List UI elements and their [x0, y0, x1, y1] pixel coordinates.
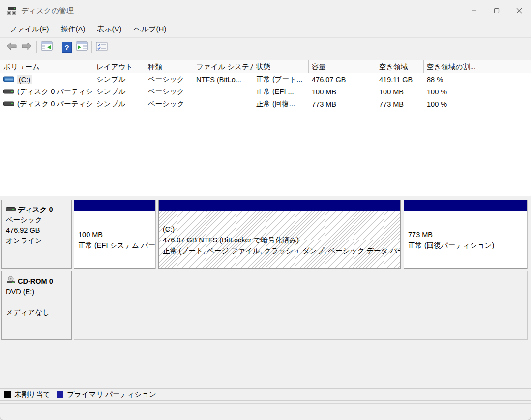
volume-name: (ディスク 0 パーティシ...	[17, 87, 93, 96]
show-action-pane-button[interactable]	[74, 40, 89, 54]
console-tree-window-icon	[41, 41, 53, 53]
volume-capacity: 476.07 GB	[309, 76, 376, 84]
partition-status: 正常 (EFI システム パー	[78, 240, 151, 251]
legend-unallocated-label: 未割り当て	[14, 390, 50, 399]
graphical-view: ディスク 0 ベーシック 476.92 GB オンライン 100 MB 正常 (…	[0, 196, 531, 388]
toolbar: ?	[0, 38, 531, 57]
partition-size: 476.07 GB NTFS (BitLocker で暗号化済み)	[163, 235, 396, 245]
volume-capacity: 100 MB	[309, 88, 376, 96]
volume-list-header: ボリューム レイアウト 種類 ファイル システム 状態 容量 空き領域 空き領域…	[0, 60, 531, 73]
volume-row-recovery[interactable]: (ディスク 0 パーティシ... シンプル ベーシック 正常 (回復... 77…	[0, 98, 531, 110]
cdrom-0-info-panel[interactable]: CD-ROM 0 DVD (E:) メディアなし	[1, 271, 72, 340]
help-button[interactable]: ?	[59, 40, 74, 54]
column-header-free-percent[interactable]: 空き領域の割...	[424, 60, 484, 73]
status-bar-section	[444, 404, 531, 420]
volume-filesystem: NTFS (BitLo...	[193, 76, 253, 84]
title-bar: ディスクの管理	[0, 0, 531, 21]
status-bar-section	[303, 404, 444, 420]
partition-size: 100 MB	[78, 229, 151, 240]
back-button[interactable]	[4, 40, 19, 54]
back-arrow-icon	[6, 42, 18, 53]
unallocated-swatch-icon	[4, 391, 11, 398]
forward-arrow-icon	[21, 42, 32, 53]
legend-bar: 未割り当て プライマリ パーティション	[0, 388, 531, 401]
column-header-layout[interactable]: レイアウト	[93, 60, 145, 73]
cdrom-0-strip: CD-ROM 0 DVD (E:) メディアなし	[1, 271, 528, 340]
volume-type: ベーシック	[145, 99, 193, 109]
status-bar-section	[0, 404, 303, 420]
volume-list: ボリューム レイアウト 種類 ファイル システム 状態 容量 空き領域 空き領域…	[0, 60, 531, 196]
minimize-icon[interactable]	[463, 0, 485, 21]
column-header-status[interactable]: 状態	[253, 60, 309, 73]
volume-row-efi[interactable]: (ディスク 0 パーティシ... シンプル ベーシック 正常 (EFI ... …	[0, 86, 531, 98]
volume-status: 正常 (EFI ...	[253, 87, 309, 96]
partition-size: 773 MB	[408, 229, 523, 240]
cdrom-drive-letter: DVD (E:)	[6, 287, 68, 297]
disk-icon	[6, 205, 18, 215]
disk-management-app-icon	[6, 6, 17, 16]
properties-button[interactable]	[94, 40, 109, 54]
volume-free-percent: 100 %	[424, 100, 484, 108]
volume-drive-icon	[3, 76, 14, 83]
window-title: ディスクの管理	[21, 6, 463, 16]
partition-recovery[interactable]: 773 MB 正常 (回復パーティション)	[404, 200, 528, 269]
partition-status: 正常 (回復パーティション)	[408, 240, 523, 251]
partition-efi[interactable]: 100 MB 正常 (EFI システム パー	[74, 200, 156, 269]
volume-type: ベーシック	[145, 87, 193, 96]
cdrom-media-status: メディアなし	[6, 307, 68, 318]
maximize-icon[interactable]	[485, 0, 508, 21]
volume-row-c[interactable]: (C:) シンプル ベーシック NTFS (BitLo... 正常 (ブート..…	[0, 73, 531, 86]
menu-help[interactable]: ヘルプ(H)	[128, 23, 173, 36]
volume-drive-icon	[3, 101, 14, 107]
volume-name: (ディスク 0 パーティシ...	[17, 99, 93, 109]
volume-free-percent: 100 %	[424, 88, 484, 96]
window-controls	[463, 0, 531, 21]
volume-free-space: 419.11 GB	[376, 76, 424, 84]
close-icon[interactable]	[508, 0, 531, 21]
forward-button[interactable]	[19, 40, 34, 54]
menu-bar: ファイル(F) 操作(A) 表示(V) ヘルプ(H)	[0, 21, 531, 38]
menu-action[interactable]: 操作(A)	[55, 23, 91, 36]
show-console-tree-button[interactable]	[39, 40, 54, 54]
column-header-capacity[interactable]: 容量	[309, 60, 376, 73]
disk-0-partition-area: 100 MB 正常 (EFI システム パー (C:) 476.07 GB NT…	[74, 200, 528, 269]
partition-header-bar	[74, 200, 155, 211]
partition-header-bar	[158, 200, 401, 211]
partition-c[interactable]: (C:) 476.07 GB NTFS (BitLocker で暗号化済み) 正…	[158, 200, 401, 269]
help-icon: ?	[62, 42, 72, 53]
status-bar	[0, 403, 531, 420]
column-header-filler	[484, 60, 531, 73]
cdrom-icon	[6, 276, 18, 287]
volume-free-percent: 88 %	[424, 76, 484, 84]
volume-status: 正常 (回復...	[253, 99, 309, 109]
volume-free-space: 773 MB	[376, 100, 424, 108]
disk-0-strip: ディスク 0 ベーシック 476.92 GB オンライン 100 MB 正常 (…	[1, 200, 528, 269]
volume-layout: シンプル	[93, 87, 145, 96]
disk-type: ベーシック	[6, 215, 68, 225]
volume-name: (C:)	[17, 75, 32, 84]
partition-name: (C:)	[163, 224, 396, 235]
menu-file[interactable]: ファイル(F)	[3, 23, 55, 36]
volume-layout: シンプル	[93, 75, 145, 84]
volume-status: 正常 (ブート...	[253, 75, 309, 84]
volume-capacity: 773 MB	[309, 100, 376, 108]
column-header-free-space[interactable]: 空き領域	[376, 60, 424, 73]
volume-type: ベーシック	[145, 75, 193, 84]
partition-header-bar	[404, 200, 527, 211]
disk-status: オンライン	[6, 236, 68, 246]
menu-view[interactable]: 表示(V)	[91, 23, 128, 36]
column-header-filesystem[interactable]: ファイル システム	[193, 60, 253, 73]
toolbar-separator	[36, 41, 37, 53]
disk-management-window: ディスクの管理 ファイル(F) 操作(A) 表示(V) ヘルプ(H)	[0, 0, 531, 420]
disk-name: ディスク 0	[18, 205, 53, 215]
volume-layout: シンプル	[93, 99, 145, 109]
toolbar-separator	[91, 41, 92, 53]
disk-size: 476.92 GB	[6, 225, 68, 236]
disk-0-info-panel[interactable]: ディスク 0 ベーシック 476.92 GB オンライン	[1, 200, 72, 269]
column-header-type[interactable]: 種類	[145, 60, 193, 73]
column-header-volume[interactable]: ボリューム	[0, 60, 93, 73]
partition-status: 正常 (ブート, ページ ファイル, クラッシュ ダンプ, ベーシック データ …	[163, 245, 396, 256]
volume-drive-icon	[3, 89, 14, 95]
toolbar-separator	[57, 41, 57, 53]
action-pane-window-icon	[76, 41, 88, 53]
